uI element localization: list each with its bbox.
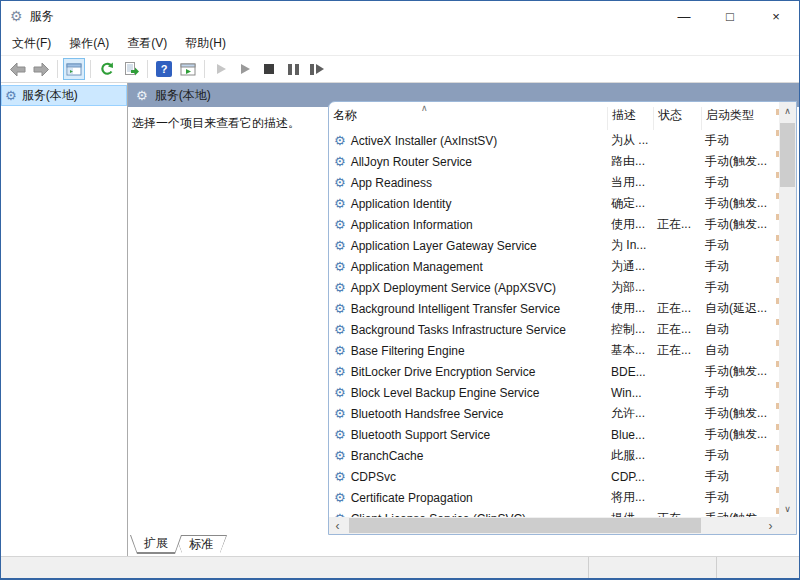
service-name-cell: Block Level Backup Engine Service bbox=[329, 385, 607, 400]
column-header-1[interactable]: 描述 bbox=[607, 107, 653, 130]
scrollbar-corner bbox=[779, 517, 796, 534]
service-gear-icon bbox=[334, 175, 346, 190]
service-name-cell: Background Intelligent Transfer Service bbox=[329, 301, 607, 316]
menu-item-1[interactable]: 操作(A) bbox=[60, 31, 118, 56]
service-name: Application Management bbox=[351, 260, 483, 274]
service-name: Application Information bbox=[351, 218, 473, 232]
service-status: 正在... bbox=[653, 300, 701, 317]
table-row[interactable]: CDPSvc CDP... 手动 bbox=[329, 466, 779, 487]
service-name-cell: Application Management bbox=[329, 259, 607, 274]
service-name: App Readiness bbox=[351, 176, 432, 190]
table-row[interactable]: Certificate Propagation 将用... 手动 bbox=[329, 487, 779, 508]
service-startup-type: 手动 bbox=[701, 384, 774, 401]
play-glyph bbox=[241, 64, 250, 74]
export-list-icon[interactable] bbox=[120, 58, 142, 80]
column-header-0[interactable]: 名称 bbox=[329, 107, 607, 130]
service-gear-icon bbox=[334, 154, 346, 169]
horizontal-scroll-thumb[interactable] bbox=[349, 518, 701, 533]
forward-icon[interactable] bbox=[30, 58, 52, 80]
services-gear-icon bbox=[136, 88, 148, 103]
service-startup-type: 手动 bbox=[701, 174, 774, 191]
tab-standard[interactable]: 标准 bbox=[175, 535, 227, 553]
table-row[interactable]: BitLocker Drive Encryption Service BDE..… bbox=[329, 361, 779, 382]
scroll-down-arrow-icon[interactable] bbox=[779, 500, 796, 517]
start-service-icon[interactable] bbox=[210, 58, 232, 80]
service-gear-icon bbox=[334, 133, 346, 148]
service-name: CDPSvc bbox=[351, 470, 396, 484]
column-header-2[interactable]: 状态 bbox=[653, 107, 701, 130]
table-row[interactable]: Application Information 使用... 正在... 手动(触… bbox=[329, 214, 779, 235]
service-name-cell: Certificate Propagation bbox=[329, 490, 607, 505]
services-pane: 服务(本地) 选择一个项目来查看它的描述。 名称描述状态启动类型 ActiveX… bbox=[128, 83, 799, 556]
table-row[interactable]: Bluetooth Support Service Blue... 手动(触发.… bbox=[329, 424, 779, 445]
scroll-up-arrow-icon[interactable] bbox=[779, 102, 796, 119]
service-name-cell: ActiveX Installer (AxInstSV) bbox=[329, 133, 607, 148]
tab-strip: 扩展标准 bbox=[128, 535, 799, 556]
table-row[interactable]: Application Layer Gateway Service 为 In..… bbox=[329, 235, 779, 256]
menu-item-0[interactable]: 文件(F) bbox=[3, 31, 60, 56]
horizontal-scrollbar[interactable] bbox=[329, 517, 779, 534]
toolbar-separator bbox=[90, 60, 91, 78]
service-name-cell: Application Information bbox=[329, 217, 607, 232]
refresh-icon[interactable] bbox=[96, 58, 118, 80]
service-name-cell: BranchCache bbox=[329, 448, 607, 463]
service-startup-type: 手动(触发... bbox=[701, 510, 774, 517]
column-header-3[interactable]: 启动类型 bbox=[701, 107, 774, 130]
table-row[interactable]: Base Filtering Engine 基本... 正在... 自动 bbox=[329, 340, 779, 361]
table-row[interactable]: AppX Deployment Service (AppXSVC) 为部... … bbox=[329, 277, 779, 298]
back-icon[interactable] bbox=[6, 58, 28, 80]
toolbar-separator bbox=[57, 60, 58, 78]
maximize-button[interactable]: □ bbox=[707, 1, 753, 31]
service-name: BranchCache bbox=[351, 449, 424, 463]
table-row[interactable]: Application Management 为通... 手动 bbox=[329, 256, 779, 277]
table-row[interactable]: Background Intelligent Transfer Service … bbox=[329, 298, 779, 319]
table-row[interactable]: AllJoyn Router Service 路由... 手动(触发... bbox=[329, 151, 779, 172]
service-startup-type: 手动(触发... bbox=[701, 363, 774, 380]
table-row[interactable]: Application Identity 确定... 手动(触发... bbox=[329, 193, 779, 214]
pause-service-icon[interactable] bbox=[282, 58, 304, 80]
service-status: 正在... bbox=[653, 342, 701, 359]
help-icon[interactable] bbox=[153, 58, 175, 80]
table-row[interactable]: ActiveX Installer (AxInstSV) 为从 ... 手动 bbox=[329, 130, 779, 151]
tab-extended[interactable]: 扩展 bbox=[130, 535, 182, 554]
service-gear-icon bbox=[334, 406, 346, 421]
table-row[interactable]: Bluetooth Handsfree Service 允许... 手动(触发.… bbox=[329, 403, 779, 424]
service-status: 正在... bbox=[653, 216, 701, 233]
service-gear-icon bbox=[334, 448, 346, 463]
table-row[interactable]: App Readiness 当用... 手动 bbox=[329, 172, 779, 193]
scroll-right-arrow-icon[interactable] bbox=[762, 517, 779, 534]
service-startup-type: 手动(触发... bbox=[701, 216, 774, 233]
service-description: 此服... bbox=[607, 447, 653, 464]
table-row[interactable]: Block Level Backup Engine Service Win...… bbox=[329, 382, 779, 403]
menu-item-2[interactable]: 查看(V) bbox=[118, 31, 176, 56]
service-startup-type: 自动(延迟... bbox=[701, 300, 774, 317]
vertical-scroll-thumb[interactable] bbox=[780, 123, 795, 187]
service-name-cell: App Readiness bbox=[329, 175, 607, 190]
minimize-button[interactable]: — bbox=[661, 1, 707, 31]
sidebar-item-label: 服务(本地) bbox=[22, 87, 78, 104]
service-description: 为部... bbox=[607, 279, 653, 296]
menu-item-3[interactable]: 帮助(H) bbox=[176, 31, 235, 56]
scroll-left-arrow-icon[interactable] bbox=[329, 517, 346, 534]
stop-service-icon[interactable] bbox=[258, 58, 280, 80]
service-description: 为通... bbox=[607, 258, 653, 275]
service-name-cell: Application Layer Gateway Service bbox=[329, 238, 607, 253]
service-status: 正在... bbox=[653, 321, 701, 338]
table-row[interactable]: Client License Service (ClipSVC) 提供... 正… bbox=[329, 508, 779, 517]
service-name: Background Tasks Infrastructure Service bbox=[351, 323, 566, 337]
start-service-alt-icon[interactable] bbox=[234, 58, 256, 80]
sidebar-item-services-local[interactable]: 服务(本地) bbox=[1, 85, 127, 106]
show-action-pane-icon[interactable] bbox=[177, 58, 199, 80]
services-window: 服务 — □ × 文件(F)操作(A)查看(V)帮助(H) bbox=[0, 0, 800, 580]
show-console-tree-icon[interactable] bbox=[63, 58, 85, 80]
restart-service-icon[interactable] bbox=[306, 58, 328, 80]
table-row[interactable]: BranchCache 此服... 手动 bbox=[329, 445, 779, 466]
close-button[interactable]: × bbox=[753, 1, 799, 31]
service-gear-icon bbox=[334, 385, 346, 400]
service-name: Background Intelligent Transfer Service bbox=[351, 302, 560, 316]
pause-glyph bbox=[288, 64, 299, 75]
resume-glyph bbox=[310, 64, 324, 75]
vertical-scrollbar[interactable] bbox=[779, 102, 796, 517]
table-row[interactable]: Background Tasks Infrastructure Service … bbox=[329, 319, 779, 340]
tab-label: 扩展 bbox=[131, 535, 181, 552]
